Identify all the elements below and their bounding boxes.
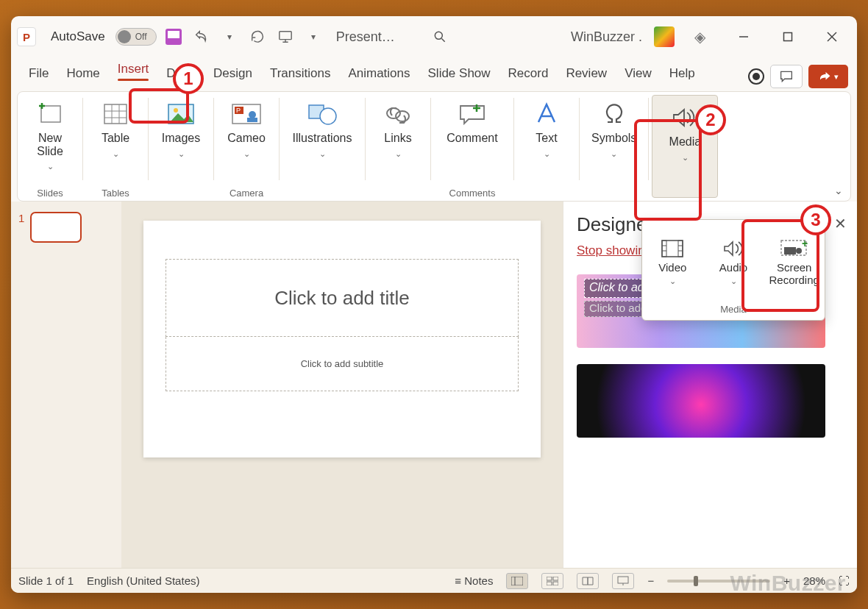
media-dropdown-caption: Media [642,304,825,320]
title-bar: P AutoSave Off ▾ ▾ Present… WinBuzzer . … [11,16,857,57]
group-illustrations: Illustrations⌄ [280,92,365,201]
group-links: Links⌄ [366,92,430,201]
close-icon [827,32,837,42]
share-icon [818,71,831,82]
normal-view-icon [511,577,523,585]
callout-badge-1: 1 [173,63,204,94]
new-slide-icon [37,102,63,127]
slide-counter: Slide 1 of 1 [18,574,74,587]
save-icon [166,29,182,45]
shapes-icon [306,102,338,127]
screen-icon [277,29,294,44]
group-slides: New Slide⌄ Slides [18,92,82,201]
images-button[interactable]: Images⌄ [154,95,207,159]
present-from-start-button[interactable] [274,26,296,48]
media-dropdown: Video⌄ Audio⌄ + Screen Recording Media [641,219,825,321]
svg-rect-36 [618,577,628,583]
design-suggestion-2[interactable] [577,364,825,438]
reading-view-button[interactable] [577,573,599,589]
undo-icon [193,29,210,45]
save-button[interactable] [163,26,185,48]
tab-insert[interactable]: Insert [109,56,158,88]
comments-pane-button[interactable] [770,65,803,88]
autosave-toggle[interactable]: Off [115,28,157,46]
svg-rect-30 [511,577,523,585]
text-button[interactable]: Text⌄ [520,95,573,159]
slideshow-view-button[interactable] [612,573,634,589]
user-avatar-icon[interactable] [654,26,675,47]
language-status[interactable]: English (United States) [87,574,199,587]
group-tables: Table⌄ Tables [83,92,148,201]
svg-rect-32 [547,577,552,580]
group-camera: P Cameo⌄ Camera [214,92,279,201]
watermark: WinBuzzer [730,571,846,596]
illustrations-button[interactable]: Illustrations⌄ [285,95,359,159]
undo-button[interactable] [191,26,213,48]
tab-help[interactable]: Help [661,60,704,88]
search-button[interactable] [429,26,451,48]
svg-text:P: P [236,107,241,114]
notes-toggle[interactable]: ≡ Notes [455,574,493,587]
minimize-button[interactable] [725,22,763,51]
record-indicator-icon[interactable] [748,68,764,85]
qat-customize-button[interactable]: ▾ [302,26,324,48]
search-icon [433,29,447,44]
present-icon [617,576,629,586]
group-symbols: Symbols⌄ [580,92,648,201]
redo-button[interactable] [246,26,268,48]
tab-record[interactable]: Record [499,60,558,88]
close-button[interactable] [813,22,851,51]
table-icon [102,102,129,127]
svg-line-4 [441,39,444,42]
svg-rect-38 [662,241,683,257]
tab-animations[interactable]: Animations [339,60,419,88]
media-video-button[interactable]: Video⌄ [642,220,703,304]
cameo-button[interactable]: P Cameo⌄ [220,95,273,159]
svg-point-26 [387,108,400,118]
zoom-out-button[interactable]: − [647,574,654,587]
normal-view-button[interactable] [506,573,528,589]
table-button[interactable]: Table⌄ [89,95,142,159]
ribbon-tabs: File Home Insert Draw Design Transitions… [11,57,857,88]
diamond-button[interactable]: ◈ [680,22,719,51]
tab-file[interactable]: File [20,60,57,88]
grid-icon [547,577,558,585]
book-icon [582,577,594,585]
share-button[interactable]: ▾ [808,65,848,88]
subtitle-placeholder[interactable]: Click to add subtitle [166,337,519,391]
tab-design[interactable]: Design [204,60,261,88]
media-audio-button[interactable]: Audio⌄ [703,220,764,304]
undo-more-button[interactable]: ▾ [218,26,241,48]
link-icon [383,103,413,125]
symbols-button[interactable]: Symbols⌄ [586,95,642,159]
maximize-button[interactable] [769,22,807,51]
minimize-icon [739,32,749,42]
svg-point-22 [249,111,256,118]
callout-badge-2: 2 [695,104,726,135]
svg-rect-0 [280,32,291,40]
maximize-icon [783,32,793,42]
redo-icon [249,29,266,45]
title-placeholder[interactable]: Click to add title [166,259,519,337]
thumbnail-item[interactable]: 1 [18,212,114,243]
slide[interactable]: Click to add title Click to add subtitle [143,221,541,457]
tab-review[interactable]: Review [557,60,616,88]
toggle-knob-icon [118,30,131,43]
group-images: Images⌄ [149,92,213,201]
audio-icon [722,239,745,258]
designer-close-button[interactable]: ✕ [834,215,847,232]
svg-rect-40 [678,241,683,257]
picture-icon [166,102,196,127]
sorter-view-button[interactable] [541,573,563,589]
tab-transitions[interactable]: Transitions [261,60,340,88]
autosave-state: Off [135,32,147,42]
tab-slideshow[interactable]: Slide Show [419,60,499,88]
user-name: WinBuzzer . [571,29,642,45]
links-button[interactable]: Links⌄ [371,95,424,159]
tab-home[interactable]: Home [57,60,108,88]
new-slide-button[interactable]: New Slide⌄ [24,95,77,171]
tab-view[interactable]: View [616,60,661,88]
omega-icon [602,102,627,127]
ribbon-collapse-button[interactable]: ⌄ [834,185,843,196]
comment-button[interactable]: Comment [437,95,508,145]
